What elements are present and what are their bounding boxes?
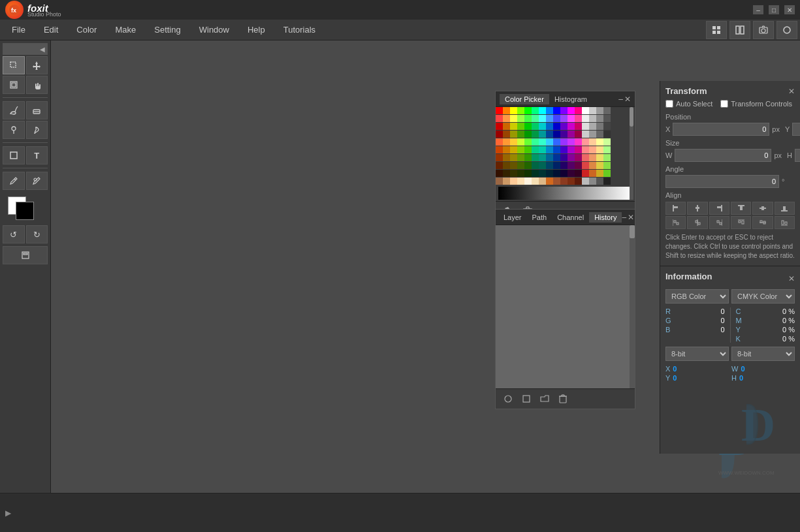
circle-view-button[interactable] — [776, 21, 797, 39]
color-cell[interactable] — [539, 154, 546, 161]
color-cell[interactable] — [539, 178, 546, 185]
color-cell[interactable] — [524, 162, 532, 169]
menu-make[interactable]: Make — [106, 22, 145, 37]
color-cell[interactable] — [575, 170, 582, 177]
color-cell[interactable] — [532, 138, 539, 146]
color-cell[interactable] — [603, 138, 611, 146]
color-cell[interactable] — [575, 154, 582, 161]
size-w-input[interactable] — [675, 149, 771, 162]
color-cell[interactable] — [503, 138, 510, 146]
color-cell[interactable] — [503, 115, 510, 122]
auto-select-input[interactable] — [665, 100, 673, 108]
color-cell[interactable] — [546, 162, 553, 169]
menu-tutorials[interactable]: Tutorials — [274, 22, 325, 37]
position-x-input[interactable] — [673, 123, 769, 136]
color-cell[interactable] — [589, 154, 596, 161]
color-cell[interactable] — [582, 115, 589, 122]
color-cell[interactable] — [596, 123, 603, 130]
tab-color-picker[interactable]: Color Picker — [500, 94, 549, 104]
menu-file[interactable]: File — [3, 22, 35, 37]
color-cell[interactable] — [539, 146, 546, 153]
color-cell[interactable] — [546, 138, 553, 146]
tab-histogram[interactable]: Histogram — [549, 94, 592, 104]
distribute-left[interactable] — [665, 216, 686, 229]
layer-trash-button[interactable] — [556, 392, 570, 406]
size-h-input[interactable] — [795, 149, 800, 162]
color-cell[interactable] — [589, 138, 596, 146]
color-cell[interactable] — [503, 123, 510, 130]
color-cell[interactable] — [589, 131, 596, 138]
color-cell[interactable] — [517, 170, 524, 177]
color-cell[interactable] — [582, 170, 589, 177]
color-cell[interactable] — [575, 123, 582, 130]
minimize-button[interactable]: – — [753, 5, 763, 14]
information-close-button[interactable]: ✕ — [788, 274, 795, 283]
color-cell[interactable] — [510, 154, 517, 161]
color-cell[interactable] — [496, 154, 503, 161]
color-cell[interactable] — [568, 107, 575, 114]
color-cell[interactable] — [596, 162, 603, 169]
color-cell[interactable] — [553, 138, 560, 146]
color-cell[interactable] — [568, 154, 575, 161]
color-cell[interactable] — [589, 107, 596, 114]
color-cell[interactable] — [603, 115, 611, 122]
color-cell[interactable] — [596, 138, 603, 146]
color-picker-minimize[interactable]: – — [618, 95, 623, 104]
color-cell[interactable] — [524, 123, 532, 130]
color-cell[interactable] — [596, 131, 603, 138]
color-cell[interactable] — [546, 115, 553, 122]
color-cell[interactable] — [582, 107, 589, 114]
color-cell[interactable] — [546, 107, 553, 114]
layer-panel-close[interactable]: ✕ — [628, 213, 634, 222]
color-cell[interactable] — [517, 146, 524, 153]
rgb-color-select[interactable]: RGB Color — [665, 289, 729, 304]
color-cell[interactable] — [582, 154, 589, 161]
layer-panel-minimize[interactable]: – — [622, 213, 626, 222]
color-cell[interactable] — [603, 170, 611, 177]
color-cell[interactable] — [539, 131, 546, 138]
color-cell[interactable] — [560, 131, 568, 138]
color-cell[interactable] — [496, 162, 503, 169]
color-cell[interactable] — [517, 123, 524, 130]
color-cell[interactable] — [596, 154, 603, 161]
distribute-center-h[interactable] — [687, 216, 707, 229]
color-cell[interactable] — [553, 162, 560, 169]
brush-tool[interactable] — [3, 101, 25, 119]
color-cell[interactable] — [575, 162, 582, 169]
color-cell[interactable] — [553, 178, 560, 185]
color-cell[interactable] — [524, 131, 532, 138]
transform-tool[interactable] — [3, 76, 25, 94]
layer-circle-button[interactable] — [501, 392, 515, 406]
color-cell[interactable] — [510, 162, 517, 169]
color-cell[interactable] — [603, 131, 611, 138]
color-cell[interactable] — [603, 178, 611, 185]
color-cell[interactable] — [582, 138, 589, 146]
align-center-v[interactable] — [752, 202, 773, 215]
color-cell[interactable] — [496, 138, 503, 146]
distribute-center-v[interactable] — [752, 216, 773, 229]
color-cell[interactable] — [524, 146, 532, 153]
menu-edit[interactable]: Edit — [35, 22, 67, 37]
menu-help[interactable]: Help — [238, 22, 274, 37]
camera-button[interactable] — [753, 21, 774, 39]
color-cell[interactable] — [517, 154, 524, 161]
history-frame-button[interactable] — [3, 246, 48, 264]
color-cell[interactable] — [589, 170, 596, 177]
color-cell[interactable] — [553, 170, 560, 177]
color-cell[interactable] — [582, 123, 589, 130]
cmyk-color-select[interactable]: CMYK Color — [731, 289, 795, 304]
color-cell[interactable] — [596, 115, 603, 122]
tab-layer[interactable]: Layer — [498, 212, 527, 223]
rect-shape-tool[interactable] — [3, 146, 25, 164]
color-cell[interactable] — [532, 123, 539, 130]
foreground-color-swatch[interactable] — [16, 202, 34, 220]
color-cell[interactable] — [560, 123, 568, 130]
eyedropper-tool[interactable] — [3, 172, 25, 190]
color-cell[interactable] — [575, 107, 582, 114]
color-cell[interactable] — [560, 115, 568, 122]
color-cell[interactable] — [496, 146, 503, 153]
position-y-input[interactable] — [792, 123, 800, 136]
close-button[interactable]: ✕ — [784, 5, 795, 14]
color-cell[interactable] — [503, 131, 510, 138]
color-cell[interactable] — [568, 131, 575, 138]
